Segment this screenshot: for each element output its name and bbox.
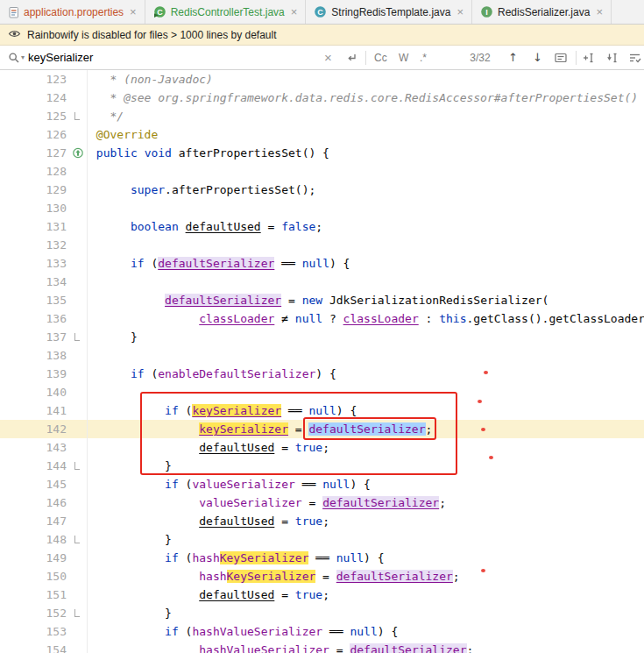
code-line-151[interactable]: 151 defaultUsed = true;	[0, 586, 644, 604]
line-number: 139	[0, 365, 67, 383]
code-text	[88, 346, 89, 365]
code-line-144[interactable]: 144 }	[0, 457, 644, 475]
code-text: * (non-Javadoc)	[88, 70, 213, 89]
gutter	[67, 383, 88, 401]
line-number: 147	[0, 512, 67, 530]
code-line-133[interactable]: 133 if (defaultSerializer ══ null) {	[0, 254, 644, 273]
code-line-146[interactable]: 146 valueSerializer = defaultSerializer;	[0, 493, 644, 512]
editor-tab-bar: application.properties×CRedisControllerT…	[0, 0, 644, 25]
code-line-131[interactable]: 131 boolean defaultUsed = false;	[0, 217, 644, 236]
gutter	[67, 199, 88, 217]
fold-marker-icon[interactable]	[74, 333, 80, 341]
code-line-138[interactable]: 138	[0, 346, 644, 365]
code-text	[88, 199, 89, 217]
gutter	[67, 236, 88, 254]
gutter	[67, 181, 88, 199]
clear-search-icon[interactable]: ×	[324, 46, 332, 69]
select-all-occurrences-icon[interactable]	[628, 46, 641, 69]
line-number: 153	[0, 622, 67, 641]
code-line-143[interactable]: 143 defaultUsed = true;	[0, 438, 644, 457]
code-line-153[interactable]: 153 if (hashValueSerializer ══ null) {	[0, 622, 644, 641]
next-occurrence-icon[interactable]: ↓	[533, 46, 542, 69]
code-line-150[interactable]: 150 hashKeySerializer = defaultSerialize…	[0, 567, 644, 586]
code-line-125[interactable]: 125 */	[0, 107, 644, 125]
fold-marker-icon[interactable]	[74, 462, 80, 470]
code-line-145[interactable]: 145 if (valueSerializer ══ null) {	[0, 475, 644, 493]
tab-application-properties[interactable]: application.properties×	[0, 0, 145, 24]
gutter	[67, 457, 88, 475]
separator	[576, 51, 577, 65]
search-input[interactable]: keySerializer	[28, 46, 93, 69]
code-line-154[interactable]: 154 hashValueSerializer = defaultSeriali…	[0, 641, 644, 653]
code-line-147[interactable]: 147 defaultUsed = true;	[0, 512, 644, 530]
code-text: if (enableDefaultSerializer) {	[88, 365, 336, 383]
close-tab-icon[interactable]: ×	[596, 6, 603, 18]
gutter	[67, 567, 88, 586]
gutter	[67, 475, 88, 493]
find-all-icon[interactable]	[554, 46, 568, 69]
code-line-126[interactable]: 126 @Override	[0, 125, 644, 144]
code-line-135[interactable]: 135 defaultSerializer = new JdkSerializa…	[0, 291, 644, 309]
fold-marker-icon[interactable]	[74, 112, 80, 120]
search-history-chevron-icon[interactable]: ▾	[21, 53, 25, 61]
whole-words-toggle[interactable]: W	[399, 46, 408, 69]
gutter	[67, 125, 88, 144]
code-line-152[interactable]: 152 }	[0, 604, 644, 622]
fold-marker-icon[interactable]	[74, 536, 80, 543]
line-number: 131	[0, 217, 67, 236]
line-number: 132	[0, 236, 67, 254]
code-line-127[interactable]: 127 public void afterPropertiesSet() {	[0, 144, 644, 162]
code-line-142[interactable]: 142 keySerializer = defaultSerializer;	[0, 420, 644, 438]
tab-RedisSerializer-java[interactable]: IRedisSerializer.java×	[472, 0, 612, 24]
fold-marker-icon[interactable]	[74, 609, 80, 617]
code-line-132[interactable]: 132	[0, 236, 644, 254]
add-occurrence-icon[interactable]	[582, 46, 595, 69]
line-number: 138	[0, 346, 67, 365]
line-number: 140	[0, 383, 67, 401]
gutter	[67, 586, 88, 604]
code-line-148[interactable]: 148 }	[0, 530, 644, 549]
gutter	[67, 365, 88, 383]
code-text: }	[88, 530, 172, 549]
remove-occurrence-icon[interactable]	[605, 46, 619, 69]
line-number: 152	[0, 604, 67, 622]
gutter	[67, 401, 88, 420]
code-text: if (hashKeySerializer ══ null) {	[88, 549, 385, 567]
code-line-123[interactable]: 123 * (non-Javadoc)	[0, 70, 644, 89]
close-tab-icon[interactable]: ×	[456, 6, 464, 18]
line-number: 145	[0, 475, 67, 493]
line-number: 127	[0, 144, 67, 162]
code-line-124[interactable]: 124 * @see org.springframework.data.redi…	[0, 89, 644, 107]
tab-StringRedisTemplate-java[interactable]: CStringRedisTemplate.java×	[306, 0, 472, 24]
code-editor[interactable]: 123 * (non-Javadoc)124 * @see org.spring…	[0, 70, 644, 653]
tab-label: RedisSerializer.java	[498, 6, 590, 18]
svg-text:C: C	[318, 8, 324, 17]
code-text: * @see org.springframework.data.redis.co…	[88, 89, 638, 107]
code-line-129[interactable]: 129 super.afterPropertiesSet();	[0, 181, 644, 199]
tab-RedisControllerTest-java[interactable]: CRedisControllerTest.java×	[145, 0, 307, 24]
close-tab-icon[interactable]: ×	[130, 6, 137, 18]
line-number: 136	[0, 309, 67, 328]
line-number: 142	[0, 420, 67, 438]
code-lines: 123 * (non-Javadoc)124 * @see org.spring…	[0, 70, 644, 653]
code-line-137[interactable]: 137 }	[0, 328, 644, 346]
code-line-130[interactable]: 130	[0, 199, 644, 217]
line-number: 130	[0, 199, 67, 217]
search-icon[interactable]: ▾	[8, 46, 25, 69]
code-line-141[interactable]: 141 if (keySerializer ══ null) {	[0, 401, 644, 420]
code-line-134[interactable]: 134	[0, 273, 644, 291]
code-line-140[interactable]: 140	[0, 383, 644, 401]
code-line-149[interactable]: 149 if (hashKeySerializer ══ null) {	[0, 549, 644, 567]
code-line-136[interactable]: 136 classLoader ≠ null ? classLoader : t…	[0, 309, 644, 328]
regex-toggle[interactable]: .*	[420, 46, 427, 69]
match-case-toggle[interactable]: Cc	[374, 46, 387, 69]
line-number: 128	[0, 162, 67, 181]
code-line-128[interactable]: 128	[0, 162, 644, 181]
close-tab-icon[interactable]: ×	[291, 6, 298, 18]
previous-occurrence-icon[interactable]: ↑	[508, 46, 518, 69]
newline-icon[interactable]	[345, 46, 357, 69]
override-method-icon[interactable]	[67, 144, 88, 162]
code-line-139[interactable]: 139 if (enableDefaultSerializer) {	[0, 365, 644, 383]
code-text: keySerializer = defaultSerializer;	[88, 420, 432, 438]
code-text: public void afterPropertiesSet() {	[88, 144, 329, 162]
